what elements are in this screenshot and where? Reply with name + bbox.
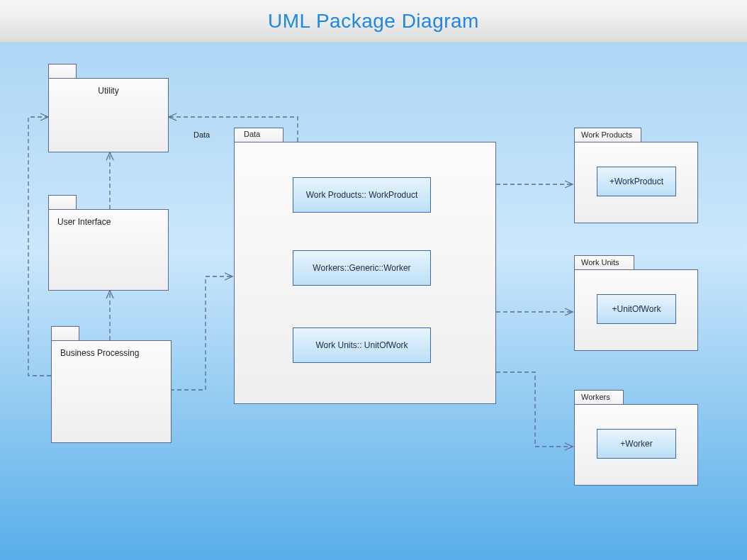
- workers-inner: +Worker: [597, 429, 676, 459]
- class-workproduct-label: Work Products:: WorkProduct: [306, 190, 418, 200]
- package-bp-label: Business Processing: [60, 348, 139, 358]
- package-utility-label: Utility: [98, 86, 118, 96]
- package-data-tab-label: Data: [244, 130, 260, 138]
- class-worker: Workers::Generic::Worker: [293, 250, 431, 286]
- workers-inner-label: +Worker: [620, 439, 652, 449]
- page-title: UML Package Diagram: [268, 10, 479, 33]
- package-workers-label: Workers: [581, 393, 610, 401]
- workproducts-inner: +WorkProduct: [597, 167, 676, 196]
- workproducts-inner-label: +WorkProduct: [610, 177, 663, 186]
- class-workproduct: Work Products:: WorkProduct: [293, 177, 431, 213]
- workunits-inner: +UnitOfWork: [597, 294, 676, 324]
- package-data-label: Data: [193, 130, 210, 139]
- dep-data-to-workers: [496, 372, 573, 447]
- diagram-canvas: Utility User Interface Business Processi…: [0, 43, 747, 560]
- title-bar: UML Package Diagram: [0, 0, 747, 43]
- class-unitofwork: Work Units:: UnitOfWork: [293, 327, 431, 363]
- package-work-products-label: Work Products: [581, 130, 632, 139]
- package-work-units-label: Work Units: [581, 258, 619, 267]
- package-ui-label: User Interface: [57, 217, 111, 227]
- class-worker-label: Workers::Generic::Worker: [313, 263, 410, 273]
- page-root: UML Package Diagram: [0, 0, 747, 560]
- class-unitofwork-label: Work Units:: UnitOfWork: [315, 340, 408, 350]
- workunits-inner-label: +UnitOfWork: [612, 304, 661, 314]
- dep-bp-to-data: [170, 276, 232, 390]
